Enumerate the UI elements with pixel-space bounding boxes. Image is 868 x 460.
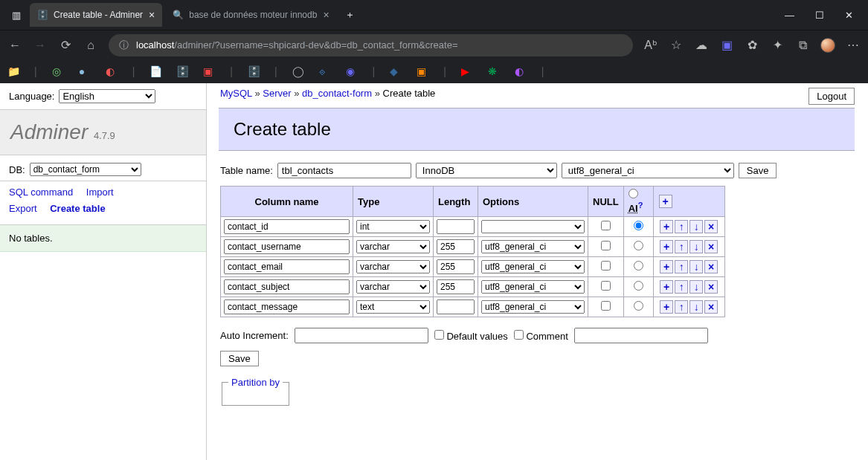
bookmark-icon[interactable]: ◐	[515, 65, 527, 77]
column-type-select[interactable]: text	[356, 300, 430, 314]
add-column-button[interactable]: +	[659, 195, 672, 208]
sql-command-link[interactable]: SQL command	[9, 187, 73, 198]
youtube-icon[interactable]: ▶	[461, 65, 473, 77]
column-name-input[interactable]	[224, 239, 350, 254]
bookmark-icon[interactable]: ▣	[203, 65, 215, 77]
bookmark-icon[interactable]: 🗄️	[248, 65, 260, 77]
bookmark-icon[interactable]: ●	[79, 65, 91, 77]
site-info-icon[interactable]: ⓘ	[119, 39, 129, 52]
column-type-select[interactable]: varchar	[356, 280, 430, 294]
column-name-input[interactable]	[224, 279, 350, 294]
move-up-icon[interactable]: ↑	[675, 260, 688, 273]
add-column-icon[interactable]: +	[660, 300, 673, 314]
back-icon[interactable]: ←	[7, 39, 22, 52]
move-down-icon[interactable]: ↓	[689, 240, 703, 253]
move-up-icon[interactable]: ↑	[675, 220, 688, 233]
profile-avatar[interactable]	[820, 38, 835, 53]
column-options-select[interactable]	[481, 220, 585, 233]
column-name-input[interactable]	[224, 299, 350, 314]
column-null-checkbox[interactable]	[601, 301, 611, 311]
move-up-icon[interactable]: ↑	[675, 240, 688, 253]
add-column-icon[interactable]: +	[660, 240, 673, 253]
comment-input[interactable]	[574, 328, 708, 343]
column-options-select[interactable]: utf8_general_ci	[481, 300, 585, 314]
app-icon[interactable]: ▣	[719, 38, 734, 52]
save-button-top[interactable]: Save	[739, 163, 777, 178]
column-null-checkbox[interactable]	[601, 261, 611, 271]
column-ai-radio[interactable]	[634, 281, 643, 291]
extensions-icon[interactable]: ✿	[745, 38, 759, 52]
read-aloud-icon[interactable]: Aᵇ	[643, 38, 658, 52]
column-null-checkbox[interactable]	[601, 221, 611, 230]
address-bar[interactable]: ⓘ localhost/adminer/?username=shpicard-d…	[109, 34, 633, 56]
add-column-icon[interactable]: +	[660, 220, 673, 233]
table-name-input[interactable]	[277, 163, 411, 178]
column-length-input[interactable]	[437, 239, 475, 254]
column-ai-radio[interactable]	[634, 241, 643, 250]
move-up-icon[interactable]: ↑	[675, 280, 688, 294]
remove-column-icon[interactable]: ×	[704, 260, 718, 273]
move-up-icon[interactable]: ↑	[675, 300, 688, 314]
ai-help-link[interactable]: ?	[638, 201, 643, 210]
auto-increment-input[interactable]	[295, 328, 428, 343]
breadcrumb-db[interactable]: db_contact-form	[302, 88, 372, 99]
close-tab-icon[interactable]: ×	[149, 9, 155, 21]
collections-icon[interactable]: ⧉	[795, 39, 810, 52]
bookmark-folder-icon[interactable]: 📁	[7, 65, 19, 77]
column-length-input[interactable]	[437, 259, 475, 274]
minimize-icon[interactable]: —	[785, 10, 794, 21]
column-options-select[interactable]: utf8_general_ci	[481, 240, 585, 253]
move-down-icon[interactable]: ↓	[689, 300, 703, 314]
import-link[interactable]: Import	[86, 187, 114, 198]
remove-column-icon[interactable]: ×	[704, 220, 718, 233]
column-type-select[interactable]: varchar	[356, 260, 430, 273]
column-null-checkbox[interactable]	[601, 281, 611, 291]
partition-by-link[interactable]: Partition by	[231, 377, 280, 388]
refresh-icon[interactable]: ⟳	[58, 38, 73, 52]
bookmark-icon[interactable]: 🗄️	[176, 65, 188, 77]
column-name-input[interactable]	[224, 219, 350, 234]
column-length-input[interactable]	[437, 219, 475, 234]
add-favorite-icon[interactable]: ✦	[770, 38, 785, 52]
engine-select[interactable]: InnoDB	[416, 163, 557, 178]
breadcrumb-server[interactable]: Server	[263, 88, 291, 99]
github-icon[interactable]: ◯	[292, 65, 304, 77]
save-button-bottom[interactable]: Save	[220, 351, 259, 366]
vscode-icon[interactable]: ⟐	[319, 65, 331, 77]
bookmark-icon[interactable]: ◉	[346, 65, 358, 77]
default-values-checkbox[interactable]	[434, 330, 444, 340]
language-select[interactable]: English	[59, 89, 155, 103]
bookmark-icon[interactable]: ▣	[417, 65, 428, 77]
table-collation-select[interactable]: utf8_general_ci	[562, 163, 734, 178]
db-select[interactable]: db_contact_form	[30, 163, 141, 176]
bookmark-icon[interactable]: ❋	[488, 65, 500, 77]
add-column-icon[interactable]: +	[660, 280, 673, 294]
bookmark-icon[interactable]: ◐	[106, 65, 118, 77]
add-column-icon[interactable]: +	[660, 260, 673, 273]
logout-button[interactable]: Logout	[808, 88, 855, 105]
column-ai-radio[interactable]	[634, 221, 643, 230]
close-tab-icon[interactable]: ×	[323, 9, 329, 21]
create-table-link[interactable]: Create table	[50, 203, 105, 214]
tab-actions-icon[interactable]: ▥	[6, 4, 27, 25]
comment-toggle[interactable]: Comment	[514, 330, 568, 342]
cloud-icon[interactable]: ☁	[694, 38, 709, 52]
export-link[interactable]: Export	[9, 203, 37, 214]
column-type-select[interactable]: varchar	[356, 240, 430, 253]
column-length-input[interactable]	[437, 279, 475, 294]
home-icon[interactable]: ⌂	[83, 39, 98, 52]
more-icon[interactable]: ⋯	[846, 38, 861, 52]
remove-column-icon[interactable]: ×	[704, 280, 718, 294]
default-values-toggle[interactable]: Default values	[434, 330, 508, 342]
ai-none-radio[interactable]	[629, 189, 638, 198]
browser-tab-active[interactable]: 🗄️ Create table - Adminer ×	[30, 3, 162, 27]
move-down-icon[interactable]: ↓	[689, 280, 703, 294]
column-null-checkbox[interactable]	[601, 241, 611, 250]
bookmark-icon[interactable]: 📄	[150, 65, 161, 77]
new-tab-button[interactable]: ＋	[340, 4, 361, 25]
maximize-icon[interactable]: ☐	[815, 10, 824, 21]
browser-tab-inactive[interactable]: 🔍 base de données moteur innodb ×	[165, 3, 336, 27]
column-type-select[interactable]: int	[356, 220, 430, 233]
comment-checkbox[interactable]	[514, 330, 524, 340]
move-down-icon[interactable]: ↓	[689, 260, 703, 273]
